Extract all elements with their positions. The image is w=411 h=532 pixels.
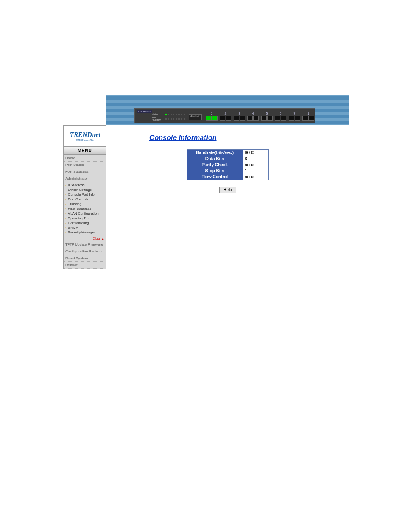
parity-label: Parity Check <box>187 162 243 168</box>
nav-vlan-configuration[interactable]: VLAN Configuration <box>68 211 106 216</box>
baudrate-label: Baudrate(bits/sec) <box>187 150 243 156</box>
nav-close[interactable]: Close ▲ <box>64 236 106 241</box>
databits-value: 8 <box>243 156 269 162</box>
nav-switch-settings[interactable]: Switch Settings <box>68 187 106 192</box>
page-title: Console Information <box>119 134 336 142</box>
menu-title: MENU <box>64 146 106 155</box>
console-info-table: Baudrate(bits/sec)9600 Data Bits8 Parity… <box>187 149 269 180</box>
up-arrow-icon: ▲ <box>101 237 104 240</box>
flowcontrol-label: Flow Control <box>187 174 243 180</box>
help-button[interactable]: Help <box>219 187 236 193</box>
nav-home[interactable]: Home <box>64 155 106 162</box>
nav-ip-address[interactable]: IP Address <box>68 183 106 187</box>
nav-reset-system[interactable]: Reset System <box>64 255 106 262</box>
nav-port-status[interactable]: Port Status <box>64 162 106 168</box>
device-brand-badge: TRENDnet <box>137 110 152 113</box>
nav-administrator[interactable]: Administrator <box>64 175 106 182</box>
nav-tftp-update-firmware[interactable]: TFTP Update Firmware <box>64 241 106 248</box>
nav-admin-sublist: IP Address Switch Settings Console Port … <box>64 182 106 236</box>
main-content: Console Information Baudrate(bits/sec)96… <box>106 125 349 269</box>
flowcontrol-value: none <box>243 174 269 180</box>
nav-filter-database[interactable]: Filter Database <box>68 206 106 211</box>
nav-spanning-tree[interactable]: Spanning Tree <box>68 216 106 221</box>
nav-console-port-info[interactable]: Console Port Info <box>68 192 106 197</box>
nav-trunking[interactable]: Trunking <box>68 202 106 206</box>
databits-label: Data Bits <box>187 156 243 162</box>
sidebar: TRENDnet TRENDware, USA MENU Home Port S… <box>63 125 106 269</box>
device-ports: 1 2 3 4 5 6 7 8 <box>206 112 314 121</box>
device-leds: status LINK 10/UPLX <box>152 113 185 121</box>
brand-logo: TRENDnet TRENDware, USA <box>64 126 106 146</box>
nav-reboot[interactable]: Reboot <box>64 262 106 269</box>
stopbits-value: 1 <box>243 168 269 174</box>
nav-configuration-backup[interactable]: Configuration Backup <box>64 248 106 255</box>
nav-port-statistics[interactable]: Port Statistics <box>64 168 106 175</box>
nav-port-mirroring[interactable]: Port Mirroring <box>68 221 106 225</box>
stopbits-label: Stop Bits <box>187 168 243 174</box>
nav-security-manager[interactable]: Security Manager <box>68 230 106 235</box>
nav-port-controls[interactable]: Port Controls <box>68 197 106 202</box>
nav-snmp[interactable]: SNMP <box>68 225 106 230</box>
baudrate-value: 9600 <box>243 150 269 156</box>
device-panel: TRENDnet status LINK 10/UPLX GBIC SLOT 1… <box>134 108 315 123</box>
parity-value: none <box>243 162 269 168</box>
top-banner: TRENDnet status LINK 10/UPLX GBIC SLOT 1… <box>106 95 349 125</box>
gbic-slot: GBIC SLOT <box>189 114 202 120</box>
